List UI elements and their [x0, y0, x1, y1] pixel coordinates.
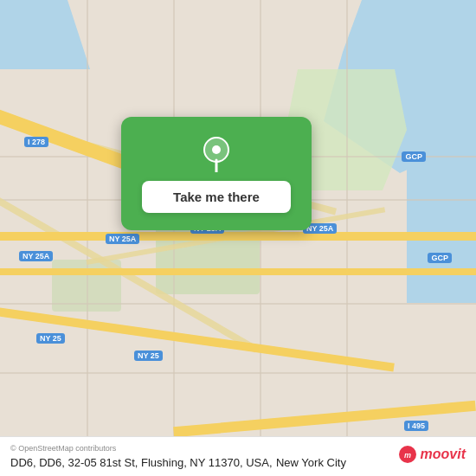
street-horizontal-3 [0, 303, 476, 305]
svg-point-1 [212, 145, 221, 154]
badge-ny25-mid: NY 25 [134, 351, 163, 361]
badge-gcp-top: GCP [402, 151, 426, 162]
address-city: New York City [276, 456, 346, 469]
address-text: DD6, DD6, 32-05 81st St, Flushing, NY 11… [10, 456, 273, 469]
take-me-there-button[interactable]: Take me there [142, 181, 291, 213]
map-container: I 278 NY 25A NY 25A NY 25A NY 25A NY 25 … [0, 0, 476, 476]
svg-text:m: m [404, 451, 411, 460]
moovit-icon: m [398, 445, 417, 464]
bottom-info-bar: © OpenStreetMap contributors DD6, DD6, 3… [0, 436, 476, 476]
road-ny25a-horizontal-2 [0, 268, 476, 275]
road-ny25a-horizontal [0, 232, 476, 241]
navigation-card[interactable]: Take me there [121, 117, 312, 230]
badge-ny25a-mid-left: NY 25A [106, 234, 139, 244]
badge-i495: I 495 [404, 421, 428, 431]
badge-ny25-left: NY 25 [36, 333, 65, 344]
moovit-text: moovit [421, 447, 466, 462]
location-pin-icon [197, 134, 235, 172]
badge-gcp-bottom: GCP [428, 253, 452, 263]
street-horizontal-4 [0, 372, 476, 374]
attribution-text: © OpenStreetMap contributors [10, 444, 116, 453]
badge-i278: I 278 [24, 137, 48, 147]
moovit-logo: m moovit [398, 445, 466, 464]
badge-ny25a-left: NY 25A [19, 251, 53, 261]
